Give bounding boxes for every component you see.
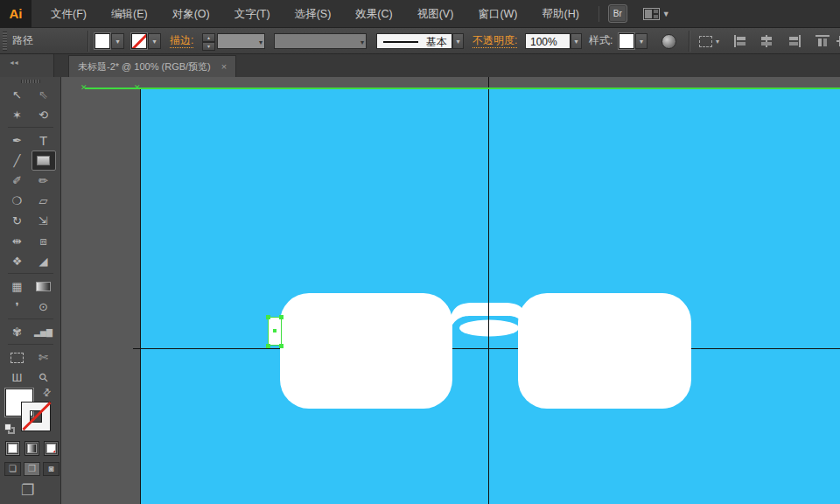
- anchor-marker[interactable]: ✕: [80, 83, 88, 92]
- opacity-input[interactable]: 100%: [525, 33, 570, 49]
- stroke-color-dropdown[interactable]: ▾: [148, 33, 161, 49]
- color-button[interactable]: [5, 441, 20, 456]
- workspace-switcher[interactable]: ▼: [643, 8, 670, 20]
- transform-bounds-icon[interactable]: [699, 36, 712, 47]
- free-transform-tool[interactable]: ⧈: [31, 231, 57, 251]
- bridge-ellipse[interactable]: [459, 320, 519, 337]
- recolor-artwork-icon[interactable]: [662, 34, 676, 49]
- none-button[interactable]: [44, 441, 59, 456]
- shape-builder-tool[interactable]: ❖: [4, 251, 31, 271]
- brush-definition-dropdown[interactable]: ▾: [452, 33, 464, 49]
- panel-grip[interactable]: [3, 32, 7, 51]
- rotate-tool[interactable]: ↻: [4, 211, 31, 231]
- brush-stroke-preview: [383, 41, 418, 43]
- menu-object[interactable]: 对象(O): [164, 0, 218, 28]
- illustrator-window: Ai 文件(F) 编辑(E) 对象(O) 文字(T) 选择(S) 效果(C) 视…: [0, 0, 840, 504]
- right-lens[interactable]: [518, 293, 691, 409]
- fill-color-dropdown[interactable]: ▾: [111, 33, 124, 49]
- menu-window[interactable]: 窗口(W): [470, 0, 525, 28]
- gradient-button[interactable]: [24, 441, 39, 456]
- collapse-panel-icon[interactable]: ◄◄: [9, 60, 18, 66]
- paintbrush-tool[interactable]: ✐: [4, 171, 31, 191]
- draw-normal-button[interactable]: ❏: [4, 462, 21, 476]
- chevron-down-icon: ▾: [259, 38, 262, 46]
- center-point[interactable]: [273, 329, 276, 332]
- symbol-sprayer-tool[interactable]: ✾: [4, 322, 31, 342]
- align-top-icon[interactable]: [816, 35, 830, 47]
- pen-tool[interactable]: ✒: [4, 130, 31, 150]
- draw-inside-button[interactable]: ◙: [43, 462, 60, 476]
- selection-type-label: 路径: [12, 28, 33, 53]
- align-horizontal-center-icon[interactable]: [760, 35, 774, 47]
- default-fill-stroke-icon[interactable]: [4, 424, 17, 436]
- brush-definition-value: 基本: [426, 35, 447, 50]
- selection-handle[interactable]: [279, 315, 284, 319]
- menu-select[interactable]: 选择(S): [287, 0, 340, 28]
- opacity-dropdown[interactable]: ▾: [570, 33, 582, 49]
- eraser-tool[interactable]: ▱: [31, 191, 57, 211]
- menu-help[interactable]: 帮助(H): [535, 0, 587, 28]
- guide-vertical: [488, 77, 489, 504]
- screen-mode-button[interactable]: ❐: [21, 481, 34, 500]
- slice-tool[interactable]: ✄: [31, 347, 57, 368]
- chevron-down-icon: ▾: [716, 38, 719, 46]
- blend-tool[interactable]: ⊙: [31, 297, 57, 317]
- anchor-marker[interactable]: ✕: [134, 83, 141, 92]
- lasso-tool[interactable]: ⟲: [31, 105, 57, 125]
- left-lens[interactable]: [280, 293, 452, 409]
- artboard-tool[interactable]: [4, 347, 31, 368]
- canvas-area[interactable]: ✕ ✕: [61, 77, 840, 504]
- bridge-button[interactable]: Br: [608, 4, 627, 23]
- zoom-tool[interactable]: ⚲: [31, 368, 57, 388]
- selection-handle[interactable]: [266, 344, 270, 348]
- brush-definition-select[interactable]: 基本: [376, 33, 452, 49]
- stroke-weight-select[interactable]: ▾: [217, 33, 265, 49]
- artboard-icon: [10, 353, 24, 363]
- blob-brush-tool[interactable]: ❍: [4, 191, 31, 211]
- swap-fill-stroke-icon[interactable]: ⇄: [40, 386, 54, 400]
- menu-type[interactable]: 文字(T): [227, 0, 278, 28]
- menu-file[interactable]: 文件(F): [43, 0, 94, 28]
- draw-behind-button[interactable]: ❐: [24, 462, 40, 476]
- tool-grid: ↖ ⇖ ✶ ⟲ ✒ T ╱ ✐ ✏ ❍ ▱ ↻ ⇲ ⇹ ⧈ ❖ ◢ ▦ ❜ ⊙ …: [0, 85, 60, 388]
- gradient-tool[interactable]: [31, 276, 57, 297]
- align-vertical-center-icon[interactable]: [836, 35, 840, 47]
- opacity-panel-link[interactable]: 不透明度:: [472, 34, 517, 48]
- direct-selection-tool[interactable]: ⇖: [31, 85, 57, 105]
- selection-tool[interactable]: ↖: [4, 85, 31, 105]
- rectangle-tool[interactable]: [32, 150, 56, 171]
- menu-edit[interactable]: 编辑(E): [103, 0, 156, 28]
- divider: [689, 31, 690, 52]
- magic-wand-tool[interactable]: ✶: [4, 105, 31, 125]
- stroke-color-swatch[interactable]: [131, 33, 147, 49]
- align-left-icon[interactable]: [733, 35, 747, 47]
- stepper-down-icon[interactable]: ▾: [202, 42, 215, 51]
- selection-top-edge: [85, 88, 840, 89]
- selection-handle[interactable]: [266, 315, 270, 319]
- perspective-grid-tool[interactable]: ◢: [31, 251, 57, 271]
- menu-effect[interactable]: 效果(C): [347, 0, 400, 28]
- style-swatch[interactable]: [619, 33, 634, 49]
- eyedropper-tool[interactable]: ❜: [4, 297, 31, 317]
- panel-grip[interactable]: [21, 80, 40, 83]
- hand-tool[interactable]: Ш: [4, 368, 31, 388]
- pencil-tool[interactable]: ✏: [31, 171, 57, 191]
- menu-view[interactable]: 视图(V): [410, 0, 462, 28]
- stepper-up-icon[interactable]: ▴: [202, 33, 215, 42]
- stroke-panel-link[interactable]: 描边:: [170, 34, 193, 48]
- align-right-icon[interactable]: [788, 35, 802, 47]
- width-profile-select[interactable]: ▾: [274, 33, 367, 49]
- line-segment-tool[interactable]: ╱: [4, 150, 31, 171]
- document-tab[interactable]: 未标题-2* @ 100% (RGB/预览) ×: [68, 55, 236, 77]
- style-dropdown[interactable]: ▾: [635, 33, 648, 49]
- type-tool[interactable]: T: [31, 130, 57, 150]
- selection-handle[interactable]: [279, 344, 284, 348]
- close-icon[interactable]: ×: [221, 61, 227, 72]
- width-tool[interactable]: ⇹: [4, 231, 31, 251]
- scale-tool[interactable]: ⇲: [31, 211, 57, 231]
- document-title: 未标题-2* @ 100% (RGB/预览): [78, 60, 211, 74]
- column-graph-tool[interactable]: ▂▅▇: [31, 322, 57, 342]
- mesh-tool[interactable]: ▦: [4, 276, 31, 297]
- stroke-weight-stepper[interactable]: ▴ ▾: [202, 33, 215, 49]
- fill-color-swatch[interactable]: [94, 33, 110, 49]
